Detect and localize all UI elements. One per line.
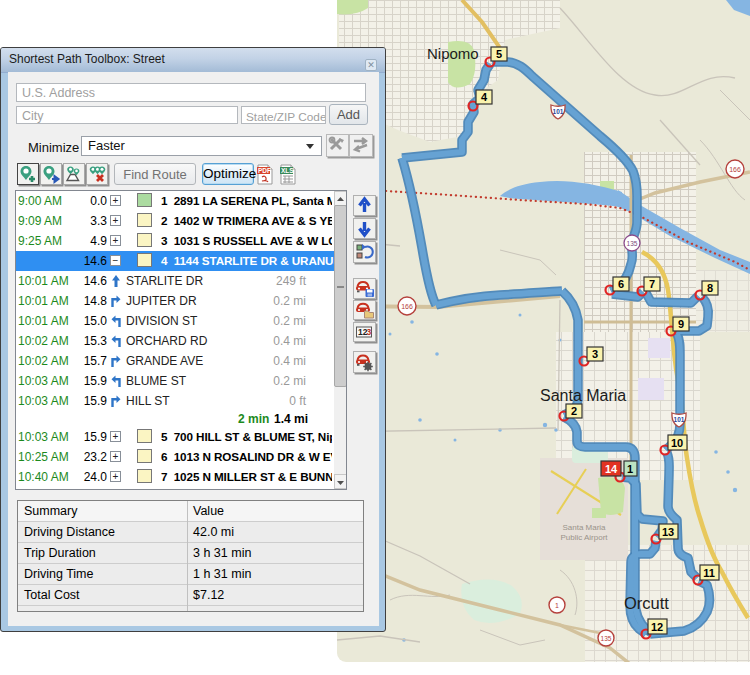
svg-text:Santa Maria: Santa Maria xyxy=(540,387,626,404)
svg-text:166: 166 xyxy=(729,166,741,173)
svg-text:3: 3 xyxy=(592,348,598,360)
svg-text:11: 11 xyxy=(703,567,715,579)
svg-text:Nipomo: Nipomo xyxy=(427,45,479,62)
svg-text:101: 101 xyxy=(674,416,685,423)
svg-text:1: 1 xyxy=(627,463,633,475)
svg-text:9: 9 xyxy=(678,318,684,330)
svg-text:10: 10 xyxy=(671,437,683,449)
svg-text:5: 5 xyxy=(496,48,502,60)
svg-text:Orcutt: Orcutt xyxy=(624,594,669,612)
svg-text:13: 13 xyxy=(662,526,674,538)
svg-text:XLS: XLS xyxy=(281,167,294,174)
svg-text:4: 4 xyxy=(481,91,488,103)
svg-text:Santa Maria: Santa Maria xyxy=(562,523,606,532)
svg-text:14: 14 xyxy=(605,463,618,475)
svg-text:6: 6 xyxy=(618,278,624,290)
svg-text:101: 101 xyxy=(553,108,564,115)
svg-text:1: 1 xyxy=(555,602,559,609)
svg-text:8: 8 xyxy=(707,282,713,294)
svg-text:PDF: PDF xyxy=(258,167,271,174)
svg-text:7: 7 xyxy=(649,278,655,290)
svg-text:135: 135 xyxy=(601,635,612,642)
svg-text:135: 135 xyxy=(627,240,638,247)
svg-text:166: 166 xyxy=(401,303,413,310)
svg-text:2: 2 xyxy=(571,405,577,417)
svg-text:12: 12 xyxy=(651,621,663,633)
svg-text:Public Airport: Public Airport xyxy=(560,533,608,542)
svg-text:3: 3 xyxy=(367,327,372,337)
